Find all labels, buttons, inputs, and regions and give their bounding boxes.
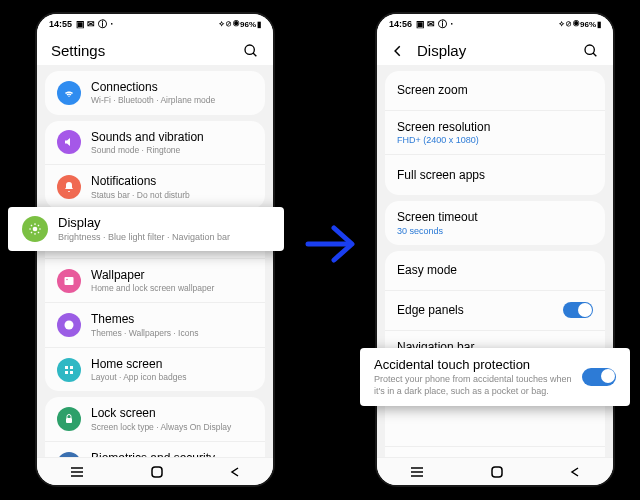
svg-rect-7 (65, 371, 68, 374)
status-icons-left: ▣ ✉ ⓘ ⬝ (413, 18, 454, 31)
row-sub: Status bar · Do not disturb (91, 190, 253, 200)
svg-line-22 (38, 225, 39, 226)
svg-point-4 (65, 321, 74, 330)
lock-icon (57, 407, 81, 431)
image-icon (57, 269, 81, 293)
row-full-screen-apps[interactable]: Full screen apps (385, 155, 605, 195)
row-label: Connections (91, 80, 253, 94)
status-icons-right: ⟡ ⊘ ◉ (559, 19, 579, 29)
row-label: Sounds and vibration (91, 130, 253, 144)
svg-rect-9 (66, 418, 72, 423)
battery-icon: ▮ (257, 20, 261, 29)
svg-point-24 (585, 45, 594, 54)
svg-point-14 (33, 227, 38, 232)
svg-point-3 (66, 278, 68, 280)
settings-row-sounds[interactable]: Sounds and vibration Sound mode · Ringto… (45, 121, 265, 166)
page-title: Display (417, 42, 571, 59)
svg-line-19 (31, 225, 32, 226)
svg-rect-5 (65, 366, 68, 369)
grid-icon (57, 358, 81, 382)
battery-icon: ▮ (597, 20, 601, 29)
svg-rect-8 (70, 371, 73, 374)
search-button[interactable] (583, 43, 599, 59)
status-battery: 96% (240, 20, 256, 29)
svg-line-25 (593, 53, 596, 56)
bell-icon (57, 175, 81, 199)
row-label: Display (58, 215, 270, 230)
status-icons-right: ⟡ ⊘ ◉ (219, 19, 239, 29)
wifi-icon (57, 81, 81, 105)
row-screen-zoom[interactable]: Screen zoom (385, 71, 605, 111)
row-sub: Sound mode · Ringtone (91, 145, 253, 155)
row-screen-timeout[interactable]: Screen timeout 30 seconds (385, 201, 605, 244)
settings-row-connections[interactable]: Connections Wi-Fi · Bluetooth · Airplane… (45, 71, 265, 115)
flow-arrow-icon (304, 222, 358, 270)
nav-back[interactable] (229, 466, 241, 478)
row-label: Easy mode (397, 263, 593, 277)
sound-icon (57, 130, 81, 154)
svg-rect-2 (65, 277, 74, 285)
settings-row-wallpaper[interactable]: Wallpaper Home and lock screen wallpaper (45, 259, 265, 304)
svg-rect-13 (152, 467, 162, 477)
header: Settings (37, 34, 273, 65)
row-screen-resolution[interactable]: Screen resolution FHD+ (2400 x 1080) (385, 111, 605, 155)
back-button[interactable] (391, 44, 405, 58)
toggle-accidental-touch[interactable] (582, 368, 616, 386)
row-label: Screen zoom (397, 83, 593, 97)
header: Display (377, 34, 613, 65)
row-label: Screen resolution (397, 120, 593, 134)
phone-display: 14:56 ▣ ✉ ⓘ ⬝ ⟡ ⊘ ◉ 96% ▮ Display Screen… (375, 12, 615, 487)
status-time: 14:56 (389, 19, 412, 29)
row-label: Wallpaper (91, 268, 253, 282)
sun-icon (22, 216, 48, 242)
row-value: FHD+ (2400 x 1080) (397, 135, 593, 145)
search-button[interactable] (243, 43, 259, 59)
svg-rect-29 (492, 467, 502, 477)
nav-back[interactable] (569, 466, 581, 478)
android-navbar (377, 457, 613, 485)
row-value: 30 seconds (397, 226, 593, 236)
row-touch-sensitivity[interactable]: Touch sensitivity Increase the touch sen… (385, 447, 605, 457)
row-label: Accidental touch protection (374, 357, 572, 372)
nav-recents[interactable] (409, 466, 425, 478)
status-bar: 14:55 ▣ ✉ ⓘ ⬝ ⟡ ⊘ ◉ 96% ▮ (37, 14, 273, 34)
row-label: Lock screen (91, 406, 253, 420)
svg-line-1 (253, 53, 256, 56)
nav-recents[interactable] (69, 466, 85, 478)
settings-row-themes[interactable]: Themes Themes · Wallpapers · Icons (45, 303, 265, 348)
row-easy-mode[interactable]: Easy mode (385, 251, 605, 291)
page-title: Settings (51, 42, 231, 59)
android-navbar (37, 457, 273, 485)
svg-rect-6 (70, 366, 73, 369)
palette-icon (57, 313, 81, 337)
svg-line-21 (31, 232, 32, 233)
status-bar: 14:56 ▣ ✉ ⓘ ⬝ ⟡ ⊘ ◉ 96% ▮ (377, 14, 613, 34)
svg-line-20 (38, 232, 39, 233)
status-icons-left: ▣ ✉ ⓘ ⬝ (73, 18, 114, 31)
row-sub: Brightness · Blue light filter · Navigat… (58, 232, 270, 243)
settings-row-notifications[interactable]: Notifications Status bar · Do not distur… (45, 165, 265, 209)
row-label: Home screen (91, 357, 253, 371)
row-sub: Wi-Fi · Bluetooth · Airplane mode (91, 95, 253, 105)
svg-point-0 (245, 45, 254, 54)
settings-list: Connections Wi-Fi · Bluetooth · Airplane… (37, 65, 273, 457)
status-battery: 96% (580, 20, 596, 29)
row-edge-panels[interactable]: Edge panels (385, 291, 605, 331)
settings-row-homescreen[interactable]: Home screen Layout · App icon badges (45, 348, 265, 392)
nav-home[interactable] (150, 465, 164, 479)
row-sub: Screen lock type · Always On Display (91, 422, 253, 432)
row-label: Edge panels (397, 303, 553, 317)
row-sub: Home and lock screen wallpaper (91, 283, 253, 293)
status-time: 14:55 (49, 19, 72, 29)
row-label: Full screen apps (397, 168, 593, 182)
row-accidental-touch-protection[interactable]: Accidental touch protection Protect your… (360, 348, 630, 406)
toggle-edge-panels[interactable] (563, 302, 593, 318)
settings-row-biometrics[interactable]: Biometrics and security Face recognition… (45, 442, 265, 457)
nav-home[interactable] (490, 465, 504, 479)
settings-row-display[interactable]: Display Brightness · Blue light filter ·… (8, 207, 284, 251)
row-label: Screen timeout (397, 210, 593, 224)
settings-row-lockscreen[interactable]: Lock screen Screen lock type · Always On… (45, 397, 265, 442)
row-label: Themes (91, 312, 253, 326)
row-sub: Themes · Wallpapers · Icons (91, 328, 253, 338)
row-sub: Protect your phone from accidental touch… (374, 374, 572, 397)
